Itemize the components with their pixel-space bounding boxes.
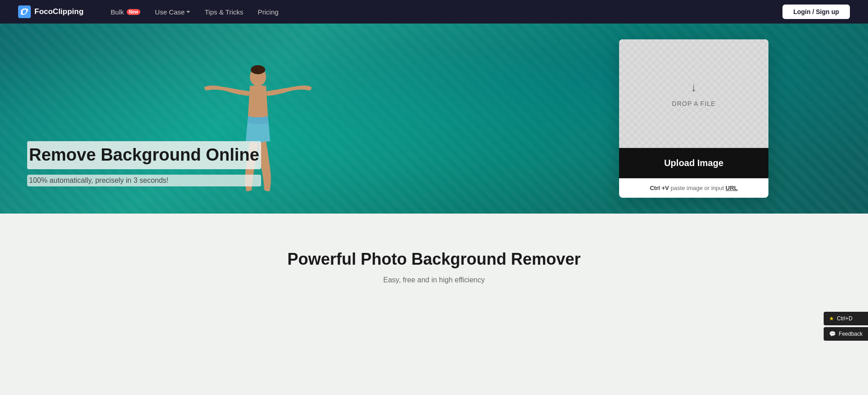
url-link[interactable]: URL — [725, 185, 738, 191]
upload-card: ↓ DROP A FILE Upload Image Ctrl +V paste… — [619, 39, 768, 198]
svg-point-2 — [251, 65, 265, 74]
navbar-links: Bulk New Use Case Tips & Tricks Pricing — [111, 8, 279, 16]
drop-text: DROP A FILE — [672, 100, 715, 107]
hero-subtitle: 100% automatically, precisely in 3 secon… — [27, 175, 261, 186]
nav-use-case[interactable]: Use Case — [155, 8, 190, 16]
hero-text-block: Remove Background Online 100% automatica… — [27, 141, 261, 186]
new-badge: New — [127, 9, 141, 15]
ctrl-v-label: Ctrl +V — [650, 185, 669, 191]
chevron-down-icon — [186, 11, 190, 13]
drop-zone[interactable]: ↓ DROP A FILE — [619, 39, 768, 148]
nav-pricing[interactable]: Pricing — [258, 8, 279, 16]
star-icon: ★ — [829, 315, 834, 320]
hero-title: Remove Background Online — [27, 141, 261, 169]
navbar-right: Login / Sign up — [782, 5, 850, 19]
navbar: FocoClipping Bulk New Use Case Tips & Tr… — [0, 0, 868, 24]
download-icon: ↓ — [691, 80, 697, 95]
hero-section: Remove Background Online 100% automatica… — [0, 24, 868, 214]
logo-text: FocoClipping — [34, 7, 84, 16]
bottom-section: Powerful Photo Background Remover Easy, … — [0, 214, 868, 320]
nav-tips[interactable]: Tips & Tricks — [205, 8, 243, 16]
bottom-subtitle: Easy, free and in high efficiency — [18, 276, 850, 284]
paste-hint: Ctrl +V paste image or input URL — [619, 178, 768, 198]
drop-content: ↓ DROP A FILE — [619, 39, 768, 148]
login-button[interactable]: Login / Sign up — [782, 5, 850, 19]
logo-icon — [18, 5, 31, 18]
side-buttons: ★ Ctrl+D 💬 Feedback — [824, 312, 868, 320]
logo-link[interactable]: FocoClipping — [18, 5, 84, 18]
nav-bulk[interactable]: Bulk New — [111, 8, 141, 16]
paste-middle-text: paste image or input — [669, 185, 725, 191]
bottom-title: Powerful Photo Background Remover — [18, 250, 850, 269]
upload-image-button[interactable]: Upload Image — [619, 148, 768, 178]
bookmark-button[interactable]: ★ Ctrl+D — [824, 312, 868, 320]
bookmark-label: Ctrl+D — [837, 315, 852, 320]
